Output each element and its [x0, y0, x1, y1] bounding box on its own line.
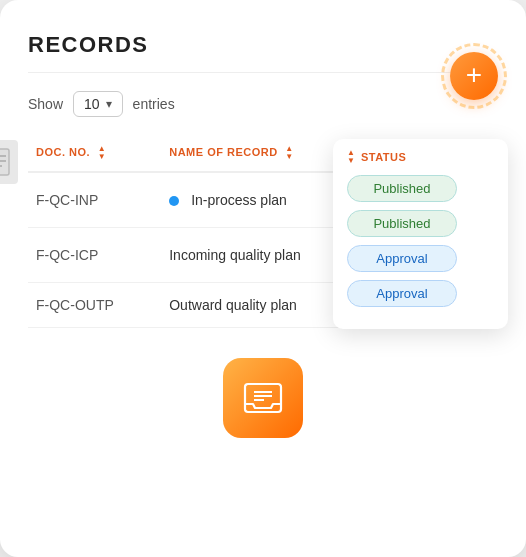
chevron-down-icon: ▾ [106, 97, 112, 111]
title-divider [28, 72, 498, 73]
plus-icon: + [466, 61, 482, 89]
col-doc-no: DOC. NO. ▲▼ [28, 139, 161, 172]
bottom-icon-wrap [28, 358, 498, 438]
entries-select[interactable]: 10 ▾ [73, 91, 123, 117]
page-doc-icon [0, 140, 18, 184]
status-header: ▲▼ STATUS [347, 149, 494, 165]
doc-no-cell: F-QC-INP [28, 172, 161, 228]
inbox-icon-button[interactable] [223, 358, 303, 438]
status-badge[interactable]: Published [347, 210, 457, 237]
status-badge[interactable]: Published [347, 175, 457, 202]
page-title: RECORDS [28, 32, 498, 58]
doc-no-cell: F-QC-OUTP [28, 283, 161, 328]
status-badge[interactable]: Approval [347, 245, 457, 272]
inbox-svg [239, 374, 287, 422]
entries-value: 10 [84, 96, 100, 112]
doc-no-cell: F-QC-ICP [28, 228, 161, 283]
sort-arrows-name: ▲▼ [285, 145, 293, 161]
sort-arrows-doc: ▲▼ [98, 145, 106, 161]
status-dot [169, 196, 179, 206]
status-dropdown: ▲▼ STATUS Published Published Approval A… [333, 139, 508, 329]
show-label: Show [28, 96, 63, 112]
status-badge[interactable]: Approval [347, 280, 457, 307]
svg-rect-0 [0, 149, 9, 175]
add-record-button[interactable]: + [450, 52, 498, 100]
records-table-wrapper: DOC. NO. ▲▼ NAME OF RECORD ▲▼ PROCESS F-… [28, 139, 498, 328]
entries-label: entries [133, 96, 175, 112]
records-card: + RECORDS Show 10 ▾ entries DOC. NO. ▲▼ … [0, 0, 526, 557]
status-col-label: STATUS [361, 151, 406, 163]
show-entries-row: Show 10 ▾ entries [28, 91, 498, 117]
sort-arrows-status: ▲▼ [347, 149, 355, 165]
